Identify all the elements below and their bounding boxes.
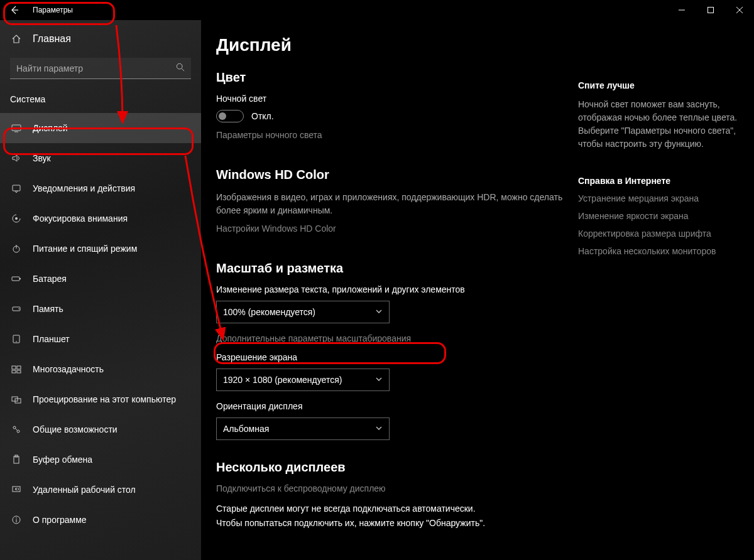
svg-rect-6 [12,125,21,131]
sidebar-item-power[interactable]: Питание и спящий режим [0,234,201,264]
minimize-icon [679,7,685,13]
sidebar-item-label: Удаленный рабочий стол [33,485,136,495]
svg-point-9 [15,217,18,220]
svg-rect-13 [19,278,21,279]
home-icon [10,34,23,44]
resolution-value: 1920 × 1080 (рекомендуется) [223,375,342,385]
focus-icon [10,213,23,223]
orientation-value: Альбомная [223,424,269,434]
sidebar: Главная Система ДисплейЗвукУведомления и… [0,20,201,560]
sidebar-item-clipboard[interactable]: Буфер обмена [0,444,201,475]
sleep-better-text: Ночной свет поможет вам заснуть, отображ… [578,98,738,151]
search-icon [176,63,185,74]
scale-heading: Масштаб и разметка [216,261,563,276]
svg-rect-18 [12,366,16,369]
svg-point-17 [16,341,17,342]
svg-rect-8 [13,185,20,191]
orientation-dropdown[interactable]: Альбомная [216,417,390,440]
sidebar-item-label: Фокусировка внимания [33,213,128,223]
search-input[interactable] [16,63,176,73]
sidebar-item-display[interactable]: Дисплей [0,113,201,143]
about-icon [10,515,23,525]
advanced-scaling-link[interactable]: Дополнительные параметры масштабирования [216,333,563,343]
svg-rect-20 [12,370,16,373]
svg-line-26 [16,429,18,431]
maximize-button[interactable] [696,0,725,20]
help-link[interactable]: Настройка нескольких мониторов [578,246,738,256]
multitask-icon [10,364,23,374]
sidebar-item-tablet[interactable]: Планшет [0,324,201,354]
clipboard-icon [10,455,23,465]
scale-dropdown[interactable]: 100% (рекомендуется) [216,301,390,323]
hdcolor-desc: Изображения в видео, играх и приложениях… [216,191,563,217]
svg-point-24 [13,426,16,429]
main-content: Дисплей Цвет Ночной свет Откл. Параметры… [201,20,578,560]
sidebar-item-shared[interactable]: Общие возможности [0,414,201,444]
wireless-display-link[interactable]: Подключиться к беспроводному дисплею [216,483,563,493]
svg-point-25 [17,430,19,433]
help-link[interactable]: Устранение мерцания экрана [578,193,738,203]
scale-value: 100% (рекомендуется) [223,307,315,317]
sidebar-item-label: Проецирование на этот компьютер [33,394,176,404]
arrow-left-icon [9,5,19,15]
old-displays-text2: Чтобы попытаться подключить их, нажмите … [216,517,563,530]
help-link[interactable]: Корректировка размера шрифта [578,229,738,239]
sidebar-item-focus[interactable]: Фокусировка внимания [0,203,201,234]
svg-point-4 [177,63,182,69]
svg-rect-12 [12,277,19,281]
sidebar-item-label: Буфер обмена [33,455,92,465]
svg-rect-1 [708,8,714,13]
search-box[interactable] [10,58,191,79]
rdp-icon [10,485,23,495]
color-heading: Цвет [216,70,563,85]
sidebar-item-storage[interactable]: Память [0,294,201,324]
back-button[interactable] [0,0,28,20]
sidebar-item-sound[interactable]: Звук [0,143,201,173]
home-button[interactable]: Главная [0,25,201,53]
sidebar-item-battery[interactable]: Батарея [0,264,201,294]
hdcolor-link[interactable]: Настройки Windows HD Color [216,223,563,234]
sidebar-item-label: О программе [33,515,87,525]
sidebar-item-project[interactable]: Проецирование на этот компьютер [0,384,201,414]
orientation-label: Ориентация дисплея [216,401,563,411]
svg-line-5 [182,68,184,71]
old-displays-text1: Старые дисплеи могут не всегда подключат… [216,502,563,515]
sidebar-section-label: Система [0,87,201,113]
help-link[interactable]: Изменение яркости экрана [578,211,738,221]
svg-point-15 [18,308,19,310]
svg-rect-27 [14,456,19,463]
sidebar-item-about[interactable]: О программе [0,505,201,535]
titlebar: Параметры [0,0,754,20]
chevron-down-icon [375,424,383,434]
shared-icon [10,424,23,434]
close-button[interactable] [725,0,754,20]
sidebar-item-label: Уведомления и действия [33,183,135,193]
hdcolor-heading: Windows HD Color [216,168,563,182]
sidebar-item-multitask[interactable]: Многозадачность [0,354,201,384]
maximize-icon [708,7,714,13]
minimize-button[interactable] [667,0,696,20]
sleep-better-heading: Спите лучше [578,80,738,90]
window-title: Параметры [28,6,73,14]
sidebar-item-notify[interactable]: Уведомления и действия [0,173,201,203]
resolution-dropdown[interactable]: 1920 × 1080 (рекомендуется) [216,369,390,391]
nav-list: ДисплейЗвукУведомления и действияФокусир… [0,113,201,535]
night-light-settings-link[interactable]: Параметры ночного света [216,130,563,140]
power-icon [10,244,23,254]
sidebar-item-label: Общие возможности [33,424,117,434]
sidebar-item-label: Батарея [33,274,67,284]
right-panel: Спите лучше Ночной свет поможет вам засн… [578,20,748,560]
battery-icon [10,274,23,284]
night-light-toggle[interactable] [216,110,244,122]
resolution-label: Разрешение экрана [216,352,563,362]
notify-icon [10,183,23,193]
sidebar-item-label: Питание и спящий режим [33,244,137,254]
sidebar-item-label: Дисплей [33,123,68,133]
storage-icon [10,304,23,314]
svg-point-31 [16,517,17,519]
help-heading: Справка в Интернете [578,176,738,186]
sidebar-item-label: Многозадачность [33,364,104,374]
sidebar-item-label: Память [33,304,63,314]
svg-rect-19 [17,366,21,369]
sidebar-item-rdp[interactable]: Удаленный рабочий стол [0,475,201,505]
